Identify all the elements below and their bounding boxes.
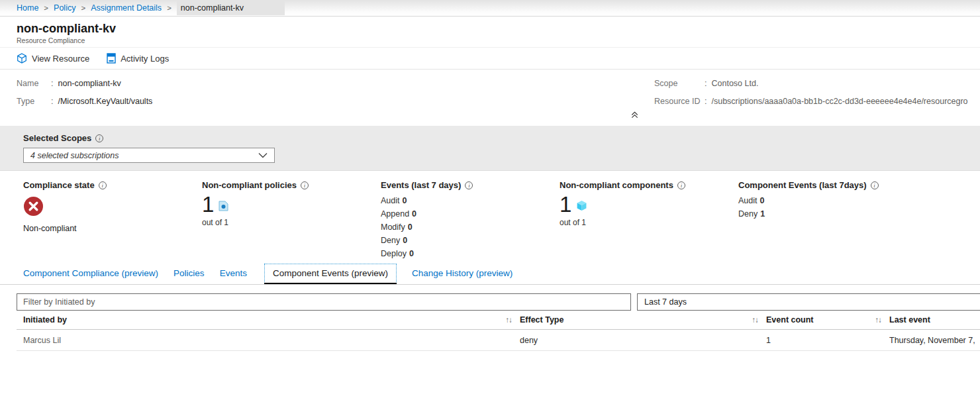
breadcrumb-assignment-details[interactable]: Assignment Details <box>91 3 162 13</box>
non-compliant-components-card: Non-compliant components i 1 out of 1 <box>560 180 685 227</box>
table-header-row: Initiated by ↑↓ Effect Type ↑↓ Event cou… <box>17 311 980 330</box>
activity-logs-button[interactable]: Activity Logs <box>107 48 169 69</box>
column-header-last-event[interactable]: Last event <box>883 315 980 325</box>
time-range-value: Last 7 days <box>644 297 687 307</box>
tab-component-compliance[interactable]: Component Compliance (preview) <box>23 264 158 283</box>
time-range-dropdown[interactable]: Last 7 days <box>637 293 980 311</box>
component-events-table: Initiated by ↑↓ Effect Type ↑↓ Event cou… <box>17 311 980 351</box>
cell-event-count: 1 <box>760 336 883 345</box>
breadcrumb-policy[interactable]: Policy <box>54 3 75 13</box>
essentials-scope-row: Scope:Contoso Ltd. <box>654 79 968 88</box>
non-compliant-policies-count: 1 <box>202 191 214 218</box>
cube-outline-icon <box>17 53 27 64</box>
tab-change-history[interactable]: Change History (preview) <box>412 264 513 283</box>
breadcrumb-current: non-compliant-kv <box>177 1 285 15</box>
sort-icon: ↑↓ <box>506 316 514 324</box>
type-value: /Microsoft.KeyVault/vaults <box>58 97 152 106</box>
chevron-down-icon <box>258 150 268 160</box>
essentials-panel: Name:non-compliant-kv Type:/Microsoft.Ke… <box>0 70 980 126</box>
collapse-essentials-button[interactable] <box>629 109 640 123</box>
type-label: Type <box>17 97 51 106</box>
column-header-effect-type[interactable]: Effect Type ↑↓ <box>513 315 760 325</box>
view-resource-label: View Resource <box>32 54 89 64</box>
activity-log-icon <box>107 53 116 64</box>
component-cube-icon <box>576 200 587 213</box>
non-compliant-status-icon <box>23 196 107 219</box>
name-value: non-compliant-kv <box>58 79 121 88</box>
cell-initiated-by: Marcus Lil <box>17 336 513 345</box>
view-resource-button[interactable]: View Resource <box>17 48 89 69</box>
filter-initiated-by-input[interactable] <box>17 293 631 311</box>
events-card: Events (last 7 days) i Audit0 Append0 Mo… <box>381 180 473 260</box>
compliance-state-value: Non-compliant <box>23 224 107 233</box>
non-compliant-policies-card: Non-compliant policies i 1 out of 1 <box>202 180 309 227</box>
selected-scopes-dropdown[interactable]: 4 selected subscriptions <box>23 148 275 163</box>
sort-icon: ↑↓ <box>875 316 883 324</box>
info-icon[interactable]: i <box>871 181 879 189</box>
non-compliant-components-title: Non-compliant components <box>560 180 673 190</box>
events-modify-row: Modify0 <box>381 221 473 234</box>
compliance-state-card: Compliance state i Non-compliant <box>23 180 107 233</box>
compliance-state-title: Compliance state <box>23 180 95 190</box>
breadcrumb-separator: > <box>81 4 85 12</box>
events-title: Events (last 7 days) <box>381 180 461 190</box>
info-icon[interactable]: i <box>301 181 309 189</box>
breadcrumb-home[interactable]: Home <box>17 3 38 13</box>
column-header-event-count[interactable]: Event count ↑↓ <box>760 315 883 325</box>
events-audit-row: Audit0 <box>381 194 473 207</box>
column-header-initiated-by[interactable]: Initiated by ↑↓ <box>17 315 513 325</box>
cell-last-event: Thursday, November 7, <box>883 336 980 345</box>
component-events-card: Component Events (last 7days) i Audit0 D… <box>738 180 879 221</box>
events-deploy-row: Deploy0 <box>381 247 473 260</box>
info-icon[interactable]: i <box>677 181 685 189</box>
component-events-title: Component Events (last 7days) <box>738 180 867 190</box>
page-title: non-compliant-kv <box>17 21 980 36</box>
essentials-name-row: Name:non-compliant-kv <box>17 79 152 88</box>
sort-icon: ↑↓ <box>752 316 760 324</box>
compliance-summary: Compliance state i Non-compliant Non-com… <box>0 171 980 262</box>
non-compliant-policies-out-of: out of 1 <box>202 218 309 227</box>
non-compliant-components-out-of: out of 1 <box>560 218 685 227</box>
component-events-deny-row: Deny1 <box>738 207 879 221</box>
filter-row: Last 7 days <box>17 293 980 311</box>
page-subtitle: Resource Compliance <box>17 36 980 44</box>
events-append-row: Append0 <box>381 207 473 221</box>
command-bar: View Resource Activity Logs <box>0 48 980 70</box>
tab-bar: Component Compliance (preview) Policies … <box>0 262 980 285</box>
selected-scopes-value: 4 selected subscriptions <box>30 151 119 160</box>
non-compliant-components-count: 1 <box>560 191 571 218</box>
tab-component-events[interactable]: Component Events (preview) <box>264 264 397 283</box>
resource-id-value: /subscriptions/aaaa0a0a-bb1b-cc2c-dd3d-e… <box>711 97 967 106</box>
breadcrumb-separator: > <box>167 4 172 12</box>
info-icon[interactable]: i <box>465 181 473 189</box>
scope-value: Contoso Ltd. <box>711 79 758 88</box>
cell-effect-type: deny <box>513 336 760 345</box>
resource-id-label: Resource ID <box>654 97 705 106</box>
breadcrumb: Home > Policy > Assignment Details > non… <box>0 0 980 17</box>
table-row: Marcus Lil deny 1 Thursday, November 7, <box>17 330 980 351</box>
page-header: non-compliant-kv Resource Compliance <box>0 17 980 48</box>
activity-logs-label: Activity Logs <box>121 54 169 64</box>
events-deny-row: Deny0 <box>381 234 473 247</box>
component-events-audit-row: Audit0 <box>738 194 879 207</box>
chevron-double-up-icon <box>630 111 639 121</box>
info-icon[interactable]: i <box>95 134 103 142</box>
policy-icon <box>219 201 228 213</box>
essentials-type-row: Type:/Microsoft.KeyVault/vaults <box>17 97 152 106</box>
selected-scopes-section: Selected Scopes i 4 selected subscriptio… <box>0 126 980 171</box>
selected-scopes-label: Selected Scopes <box>23 133 91 143</box>
essentials-resource-id-row: Resource ID:/subscriptions/aaaa0a0a-bb1b… <box>654 97 968 106</box>
tab-events[interactable]: Events <box>220 264 247 283</box>
scope-label: Scope <box>654 79 705 88</box>
non-compliant-policies-title: Non-compliant policies <box>202 180 297 190</box>
info-icon[interactable]: i <box>99 181 107 189</box>
breadcrumb-separator: > <box>44 4 48 12</box>
tab-policies[interactable]: Policies <box>173 264 205 283</box>
name-label: Name <box>17 79 51 88</box>
